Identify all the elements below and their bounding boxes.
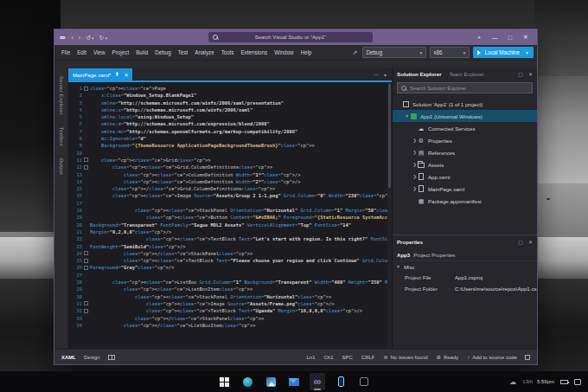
undo-icon[interactable]: ↺▾	[86, 35, 93, 41]
tree-item-assets[interactable]: ❯Assets	[393, 158, 537, 170]
fold-marker-icon[interactable]	[84, 87, 88, 91]
code-line[interactable]: 21Margin="0,2,0,0"class="cp">/>	[68, 228, 392, 235]
status-no-issues-found[interactable]: ⊘No issues found	[384, 354, 428, 360]
property-value[interactable]: App1.csproj	[455, 274, 483, 280]
tab-mainpage-xaml[interactable]: MainPage.xaml* ✕	[68, 68, 132, 80]
property-row[interactable]: Project FolderC:\Users\me\source\repos\A…	[393, 283, 537, 294]
code-line[interactable]: 19 class="cp"><class="ce">Button Content…	[68, 214, 392, 221]
configuration-dropdown[interactable]: Debug ▼	[362, 47, 426, 58]
code-line[interactable]: 23FontWeight="SemiBold"class="cp">/>	[68, 243, 392, 250]
code-line[interactable]: 24 class="cp"></class="ce">StackPanelcla…	[68, 250, 392, 257]
code-line[interactable]: 5 xmlns:local="using:Windows_Setup"	[68, 113, 392, 120]
chevron-collapsed-icon[interactable]: ❯	[412, 138, 418, 143]
taskbar-your-phone-icon[interactable]	[333, 373, 348, 390]
minimize-pane-icon[interactable]: ─	[374, 72, 378, 78]
minimize-button[interactable]: —	[487, 35, 502, 41]
chevron-collapsed-icon[interactable]: ❯	[412, 162, 418, 167]
tree-item-package-appxmanifest[interactable]: ▦Package.appxmanifest	[393, 195, 537, 207]
code-line[interactable]: 32 class="cp"><class="ce">TextBlock Text…	[68, 307, 392, 314]
status-design[interactable]: Design	[84, 355, 100, 360]
code-line[interactable]: 2 x:Class="Windows_Setup.BlankPage1"	[68, 92, 392, 99]
code-line[interactable]: 13 class="cp"><class="ce">ColumnDefiniti…	[68, 171, 392, 178]
taskbar-mail-icon[interactable]	[286, 373, 302, 390]
tab-solution-explorer[interactable]: Solution Explorer	[397, 71, 442, 77]
notifications-icon[interactable]	[525, 355, 530, 360]
feedback-button[interactable]: +	[471, 35, 487, 41]
code-line[interactable]: 18 class="cp"><class="ce">StackPanel Ori…	[68, 207, 392, 214]
code-line[interactable]: 9 Background="{ThemeResource Application…	[68, 142, 392, 149]
pin-icon[interactable]	[115, 72, 119, 77]
toolbox-tab[interactable]: Toolbox	[59, 127, 64, 146]
chevron-expanded-icon[interactable]: ▼	[404, 113, 410, 119]
battery-icon[interactable]	[560, 380, 568, 384]
split-view-icon[interactable]	[108, 355, 115, 360]
code-line[interactable]: 17	[68, 200, 392, 207]
fold-marker-icon[interactable]	[84, 309, 88, 313]
tree-item-app1-universal-windows[interactable]: ▼App1 (Universal Windows)	[393, 110, 537, 122]
code-line[interactable]: 3 xmlns="http://schemas.microsoft.com/wi…	[68, 100, 392, 106]
live-share-icon[interactable]: ↗	[353, 49, 358, 56]
tree-item-app-xaml[interactable]: ❯App.xaml	[393, 170, 537, 183]
tab-team-explorer[interactable]: Team Explorer	[450, 71, 484, 77]
taskbar-visual-studio-icon[interactable]: ∞	[310, 373, 325, 390]
status-ready[interactable]: ⚙Ready	[437, 354, 459, 360]
start-debugging-button[interactable]: Local Machine ▼	[473, 47, 534, 58]
status-spc[interactable]: SPC	[342, 355, 352, 360]
status-ln1[interactable]: Ln1	[306, 355, 315, 360]
weather-icon[interactable]: ☁	[509, 378, 516, 386]
solution-explorer-search-input[interactable]: Search Solution Explorer	[397, 82, 533, 93]
window-position-icon[interactable]: ▢	[518, 239, 523, 245]
code-line[interactable]: 11 class="cp"><class="ce">Gridclass="cp"…	[68, 157, 392, 164]
menu-view[interactable]: View	[90, 48, 109, 57]
editor-scrollbar[interactable]	[387, 82, 392, 349]
menu-test[interactable]: Test	[175, 48, 192, 57]
property-value[interactable]: C:\Users\me\source\repos\App1.cs	[455, 286, 537, 292]
code-line[interactable]: 10	[68, 150, 392, 157]
property-row[interactable]: Project FileApp1.csproj	[393, 272, 537, 283]
chevron-collapsed-icon[interactable]: ❯	[412, 186, 418, 191]
platform-dropdown[interactable]: x86 ▼	[430, 47, 470, 58]
code-line[interactable]: 22 class="cp"><class="ce">TextBlock Text…	[68, 235, 392, 242]
close-tab-icon[interactable]: ✕	[124, 72, 128, 78]
code-line[interactable]: 31 class="cp"><class="ce">Image Source="…	[68, 300, 392, 307]
fold-marker-icon[interactable]	[84, 157, 88, 162]
menu-build[interactable]: Build	[132, 48, 151, 57]
server-explorer-tab[interactable]: Server Explorer	[59, 76, 64, 115]
taskbar-start-icon[interactable]	[216, 373, 232, 390]
tree-item-properties[interactable]: ❯⚙Properties	[393, 134, 537, 146]
scrollbar-thumb[interactable]	[388, 84, 391, 188]
window-position-icon[interactable]: ▢	[518, 71, 523, 77]
menu-debug[interactable]: Debug	[151, 48, 175, 57]
tree-item-solution-app1-1-of-1-project[interactable]: Solution 'App1' (1 of 1 project)	[393, 98, 537, 110]
xaml-code-area[interactable]: 1class="cp"><class="ce">Page2 x:Class="W…	[68, 82, 392, 349]
status-add-to-source-code[interactable]: ↑Add to source code	[467, 355, 517, 360]
redo-icon[interactable]: ↻▾	[99, 35, 107, 41]
code-line[interactable]: 34 class="cp"></class="ce">ListBoxItemcl…	[68, 322, 392, 329]
taskbar-app-icon[interactable]	[356, 373, 372, 390]
code-line[interactable]: 8 mc:Ignorable="d"	[68, 135, 392, 142]
fold-marker-icon[interactable]	[84, 251, 88, 255]
status-ch1[interactable]: Ch1	[323, 355, 333, 360]
code-line[interactable]: 7 xmlns:mc="http://schemas.openxmlformat…	[68, 128, 392, 135]
code-line[interactable]: 33 class="cp"></class="ce">StackPanelcla…	[68, 315, 392, 322]
menu-analyze[interactable]: Analyze	[191, 48, 217, 57]
code-line[interactable]: 14 class="cp"><class="ce">ColumnDefiniti…	[68, 178, 392, 185]
properties-group-misc[interactable]: ▼ Misc	[393, 261, 537, 272]
code-line[interactable]: 25 class="cp"><class="ce">TextBlock Text…	[68, 257, 392, 264]
tree-item-references[interactable]: ❯▤References	[393, 146, 537, 158]
code-line[interactable]: 20Background="Transparent" FontFamily="S…	[68, 222, 392, 228]
code-line[interactable]: 4 xmlns:x="http://schemas.microsoft.com/…	[68, 106, 392, 113]
fold-marker-icon[interactable]	[84, 266, 88, 270]
taskbar-clock[interactable]: 13th 5:59pm	[522, 379, 554, 384]
menu-project[interactable]: Project	[109, 48, 133, 57]
code-line[interactable]: 12 class="cp"><class="ce">Grid.ColumnDef…	[68, 164, 392, 170]
code-line[interactable]: 27	[68, 272, 392, 279]
code-line[interactable]: 6 xmlns:d="http://schemas.microsoft.com/…	[68, 120, 392, 127]
code-line[interactable]: 28 class="cp"><class="ce">ListBox Grid.C…	[68, 279, 392, 286]
code-line[interactable]: 30 class="cp"><class="ce">StackPanel Ori…	[68, 293, 392, 300]
close-panel-icon[interactable]: ✕	[528, 239, 533, 245]
code-line[interactable]: 29 class="cp"><class="ce">ListBoxItemcla…	[68, 286, 392, 292]
search-input[interactable]: Search Visual Studio or "App1"	[208, 32, 373, 42]
navigate-forward-icon[interactable]: ›	[79, 35, 80, 41]
status-crlf[interactable]: CRLF	[361, 355, 375, 360]
